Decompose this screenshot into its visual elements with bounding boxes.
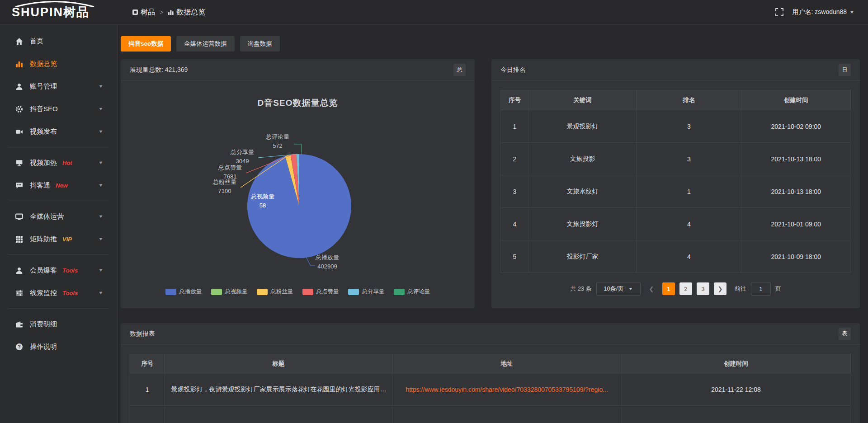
legend-swatch	[302, 289, 313, 295]
chevron-down-icon: ▼	[849, 10, 854, 14]
legend-label: 总视频量	[225, 288, 248, 296]
sidebar-item-video-heating[interactable]: 视频加热 Hot ▼	[0, 151, 117, 174]
sidebar-item-douyin-seo[interactable]: 抖音SEO ▼	[0, 98, 117, 120]
sidebar-item-matrix-boost[interactable]: 矩阵助推 VIP ▼	[0, 228, 117, 250]
pie-label-videos: 总视频量58	[238, 192, 288, 210]
fullscreen-icon[interactable]	[775, 8, 783, 16]
chevron-down-icon: ▼	[98, 160, 104, 165]
chevron-down-icon: ▼	[98, 214, 104, 219]
today-rank-panel: 今日排名 日 序号 关键词 排名 创建时间 1景观投影灯 32021-10	[491, 59, 860, 308]
rank-table-row: 2文旅投影 32021-10-13 18:00	[501, 143, 851, 175]
tab-all-media-data[interactable]: 全媒体运营数据	[176, 36, 235, 52]
tools-badge: Tools	[62, 267, 78, 274]
pie-chart-area: D音SEO数据量总览 总评论量572 总分享量3049 总点赞量7681	[121, 81, 475, 308]
logo: SHUPIN树品	[0, 6, 118, 19]
report-table-row: 1 景观投影灯，夜游景观投影灯厂家展示展示落花灯在花园里的灯光投影应用效果 # …	[130, 373, 851, 406]
sidebar-item-all-media[interactable]: 全媒体运营 ▼	[0, 205, 117, 228]
day-toggle-button[interactable]: 日	[839, 64, 851, 76]
username-label: 用户名: zswodun88	[793, 8, 847, 16]
legend-label: 总评论量	[408, 288, 430, 296]
sidebar-item-account[interactable]: 账号管理 ▼	[0, 75, 117, 98]
monitor-hot-icon	[15, 159, 23, 167]
rank-table-row: 4文旅投影灯 42021-10-01 09:00	[501, 208, 851, 240]
sidebar-item-data-overview[interactable]: 数据总览	[0, 52, 117, 75]
logo-text: SHUPIN树品	[12, 5, 90, 19]
sidebar-divider	[8, 201, 109, 201]
tab-bar: 抖音seo数据 全媒体运营数据 询盘数据	[121, 36, 860, 52]
legend-label: 总分享量	[362, 288, 385, 296]
page-size-select[interactable]: 10条/页 ▼	[596, 282, 641, 296]
sidebar: 首页 数据总览 账号管理 ▼ 抖音SEO ▼ 视频发布 ▼ 视频加热 Hot ▼…	[0, 25, 118, 423]
video-url-link[interactable]: https://www.iesdouyin.com/share/video/70…	[406, 386, 608, 393]
sidebar-item-douketong[interactable]: 抖客通 New ▼	[0, 174, 117, 197]
logo-arc	[13, 1, 97, 7]
sidebar-divider	[8, 147, 109, 147]
breadcrumb-current: 数据总览	[168, 8, 205, 17]
legend-item-总播放量[interactable]: 总播放量	[165, 288, 202, 296]
legend-swatch	[394, 289, 405, 295]
tab-inquiry-data[interactable]: 询盘数据	[240, 36, 280, 52]
sidebar-item-video-publish[interactable]: 视频发布 ▼	[0, 120, 117, 143]
tab-douyin-seo-data[interactable]: 抖音seo数据	[121, 36, 171, 52]
impressions-chart-panel: 展现量总数: 421,369 总 D音SEO数据量总览 总评论量572 总分享	[121, 59, 475, 308]
page-button-3[interactable]: 3	[697, 282, 709, 295]
goto-page-input[interactable]	[751, 282, 771, 296]
report-table-row-partial	[130, 406, 851, 423]
chevron-down-icon: ▼	[98, 107, 104, 112]
sidebar-item-home[interactable]: 首页	[0, 30, 117, 52]
sidebar-item-help[interactable]: ? 操作说明	[0, 335, 117, 358]
goto-unit: 页	[775, 285, 781, 293]
user-icon	[15, 267, 23, 274]
pagination-total: 共 23 条	[570, 285, 592, 293]
breadcrumb: 树品 > 数据总览	[118, 8, 205, 17]
question-circle-icon: ?	[15, 343, 23, 351]
monitor-icon	[15, 213, 23, 221]
legend-item-总点赞量[interactable]: 总点赞量	[302, 288, 339, 296]
legend-swatch	[257, 289, 268, 295]
report-table-header: 序号 标题 地址 创建时间	[130, 354, 851, 373]
sidebar-item-consumption[interactable]: 消费明细	[0, 313, 117, 335]
video-camera-icon	[15, 128, 23, 136]
hot-badge: Hot	[62, 160, 72, 166]
chevron-down-icon: ▼	[98, 183, 104, 188]
chevron-down-icon: ▼	[98, 129, 104, 134]
legend-swatch	[211, 289, 222, 295]
rank-table-row: 5投影灯厂家 42021-10-09 18:00	[501, 240, 851, 273]
sidebar-divider	[8, 308, 109, 309]
user-menu[interactable]: 用户名: zswodun88 ▼	[793, 8, 855, 16]
rank-table-row: 1景观投影灯 32021-10-02 09:00	[501, 110, 851, 143]
data-report-panel: 数据报表 表 序号 标题 地址 创建时间 1 景观投影灯，夜游景观投影灯厂家展示…	[121, 323, 860, 423]
new-badge: New	[56, 182, 68, 189]
sidebar-divider	[8, 254, 109, 255]
legend-label: 总播放量	[179, 288, 202, 296]
chevron-down-icon: ▼	[98, 84, 104, 89]
breadcrumb-root[interactable]: 树品	[132, 8, 155, 17]
page-button-1[interactable]: 1	[662, 282, 675, 295]
legend-item-总分享量[interactable]: 总分享量	[348, 288, 385, 296]
sidebar-item-lead-monitor[interactable]: 线索监控 Tools ▼	[0, 282, 117, 304]
chat-bubble-icon	[15, 182, 23, 189]
vip-badge: VIP	[62, 236, 72, 243]
legend-label: 总点赞量	[316, 288, 339, 296]
tools-badge: Tools	[62, 290, 78, 296]
page-button-2[interactable]: 2	[679, 282, 692, 295]
bar-chart-icon	[15, 60, 23, 68]
wallet-icon	[15, 320, 23, 328]
legend-item-总视频量[interactable]: 总视频量	[211, 288, 248, 296]
legend-item-总粉丝量[interactable]: 总粉丝量	[257, 288, 293, 296]
pie-label-plays: 总播放量402909	[302, 253, 352, 271]
next-page-button[interactable]: ❯	[714, 282, 726, 295]
table-toggle-button[interactable]: 表	[839, 328, 851, 340]
total-toggle-button[interactable]: 总	[453, 64, 466, 76]
chart-legend: 总播放量总视频量总粉丝量总点赞量总分享量总评论量	[121, 288, 475, 296]
prev-page-button[interactable]: ❮	[645, 282, 658, 295]
rank-table-header: 序号 关键词 排名 创建时间	[501, 90, 851, 110]
impressions-total-label: 展现量总数: 421,369	[130, 66, 188, 74]
sidebar-item-member-burst[interactable]: 会员爆客 Tools ▼	[0, 259, 117, 282]
svg-text:?: ?	[18, 344, 20, 349]
legend-label: 总粉丝量	[271, 288, 293, 296]
chevron-down-icon: ▼	[98, 237, 104, 242]
top-bar: SHUPIN树品 树品 > 数据总览 用户名: zswodun88 ▼	[0, 0, 868, 25]
rank-panel-title: 今日排名	[500, 66, 526, 74]
legend-item-总评论量[interactable]: 总评论量	[394, 288, 430, 296]
